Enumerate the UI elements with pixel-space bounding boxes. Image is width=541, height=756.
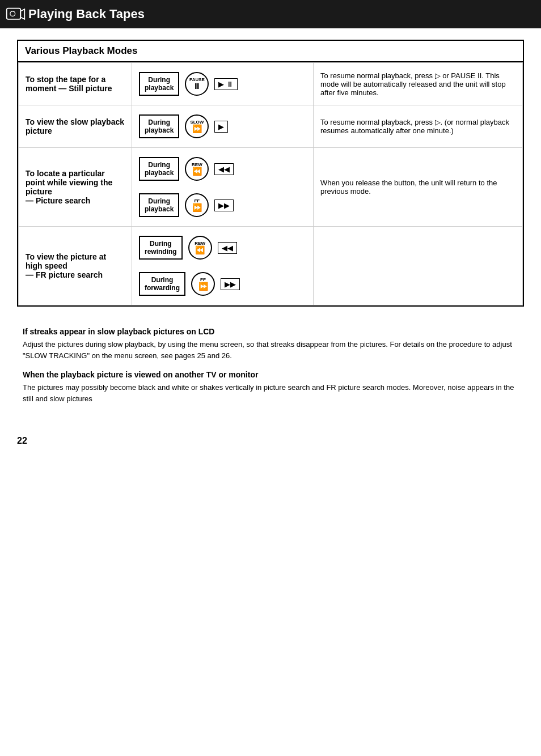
result-display: ▶ ⏸ (214, 78, 238, 90)
camera-icon (6, 5, 26, 24)
button-row-3-0: During rewindingREW⏪◀◀ (139, 236, 306, 260)
mode-right-desc: To resume normal playback, press ▷ or PA… (314, 63, 523, 105)
button-symbol: ⏸ (193, 82, 201, 90)
modes-section: Various Playback Modes To stop the tape … (17, 40, 524, 307)
button-symbol: ⏪ (195, 246, 205, 254)
modes-table: To stop the tape for a moment — Still pi… (18, 62, 523, 305)
action-button-rew[interactable]: REW⏪ (188, 236, 212, 260)
button-row-3-1: During forwardingFF⏩▶▶ (139, 272, 306, 296)
mode-center: During playbackSLOW⏩▶ (132, 105, 314, 148)
button-symbol: ⏩ (198, 282, 208, 290)
action-button-ff[interactable]: FF⏩ (185, 193, 209, 217)
note-title-1: When the playback picture is viewed on a… (23, 370, 518, 379)
page-title: Playing Back Tapes (28, 7, 145, 22)
during-button: During playback (139, 193, 179, 217)
action-button-slow[interactable]: SLOW⏩ (185, 114, 209, 138)
during-button: During rewinding (139, 236, 183, 260)
during-button: During playback (139, 72, 179, 96)
svg-rect-0 (7, 9, 21, 19)
mode-right-desc (314, 227, 523, 305)
button-row-2-0: During playbackREW⏪◀◀ (139, 157, 306, 181)
note-body-1: The pictures may possibly become black a… (23, 382, 518, 404)
result-display: ▶▶ (214, 199, 234, 211)
result-display: ▶▶ (221, 278, 240, 290)
during-button: During playback (139, 157, 179, 181)
mode-row-still-picture: To stop the tape for a moment — Still pi… (19, 63, 523, 105)
mode-right-desc: When you release the button, the unit wi… (314, 148, 523, 227)
mode-left-desc: To view the picture at high speed — FR p… (19, 227, 132, 305)
during-button: During playback (139, 114, 179, 138)
result-display: ◀◀ (218, 242, 237, 254)
mode-left-desc: To view the slow playback picture (19, 105, 132, 148)
note-title-0: If streaks appear in slow playback pictu… (23, 327, 518, 336)
mode-row-fr-picture-search: To view the picture at high speed — FR p… (19, 227, 523, 305)
button-symbol: ⏩ (192, 203, 202, 211)
mode-right-desc: To resume normal playback, press ▷. (or … (314, 105, 523, 148)
notes-section: If streaks appear in slow playback pictu… (17, 318, 524, 419)
action-button-pause[interactable]: PAUSE⏸ (185, 72, 209, 96)
mode-row-picture-search: To locate a particular point while viewi… (19, 148, 523, 227)
note-body-0: Adjust the pictures during slow playback… (23, 339, 518, 361)
button-row-0-0: During playbackPAUSE⏸▶ ⏸ (139, 72, 306, 96)
during-button: During forwarding (139, 272, 185, 296)
result-display: ◀◀ (214, 163, 234, 175)
svg-point-2 (10, 11, 15, 16)
svg-marker-1 (20, 9, 24, 19)
mode-left-desc: To stop the tape for a moment — Still pi… (19, 63, 132, 105)
result-display: ▶ (214, 121, 228, 133)
action-button-ff[interactable]: FF⏩ (191, 272, 215, 296)
mode-center: During playbackREW⏪◀◀During playbackFF⏩▶… (132, 148, 314, 227)
mode-left-desc: To locate a particular point while viewi… (19, 148, 132, 227)
mode-row-slow-playback: To view the slow playback pictureDuring … (19, 105, 523, 148)
action-button-rew[interactable]: REW⏪ (185, 157, 209, 181)
mode-center: During rewindingREW⏪◀◀During forwardingF… (132, 227, 314, 305)
section-title: Various Playback Modes (18, 41, 523, 62)
button-symbol: ⏪ (192, 167, 202, 175)
button-symbol: ⏩ (192, 125, 202, 133)
page-header: Playing Back Tapes (0, 0, 541, 28)
button-row-1-0: During playbackSLOW⏩▶ (139, 114, 306, 138)
page-number: 22 (0, 430, 541, 452)
mode-center: During playbackPAUSE⏸▶ ⏸ (132, 63, 314, 105)
page-content: Various Playback Modes To stop the tape … (0, 28, 541, 430)
button-row-2-1: During playbackFF⏩▶▶ (139, 193, 306, 217)
